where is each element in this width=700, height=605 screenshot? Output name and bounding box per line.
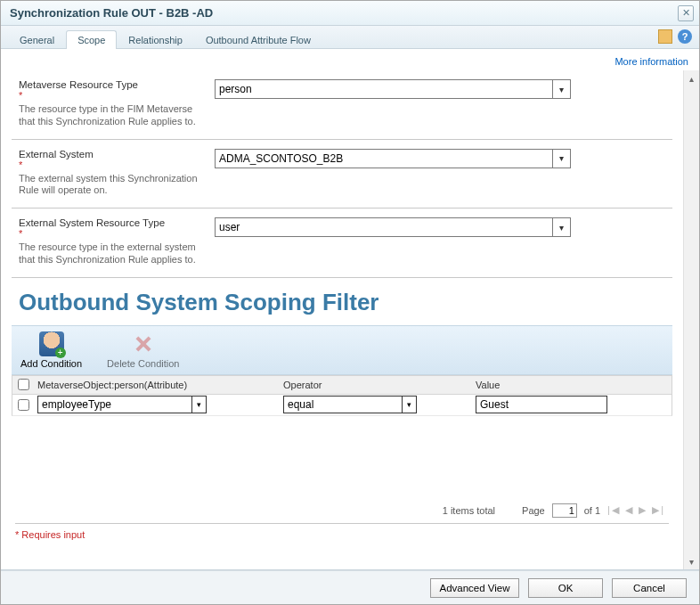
- select-ext-type[interactable]: user ▾: [215, 217, 571, 237]
- dialog: Synchronization Rule OUT - B2B -AD ✕ Gen…: [0, 0, 700, 605]
- select-mv-type[interactable]: person ▾: [215, 79, 571, 99]
- desc-ext-system: The external system this Synchronization…: [19, 173, 206, 198]
- field-external-system: External System * The external system th…: [12, 140, 672, 209]
- tab-relationship[interactable]: Relationship: [117, 30, 194, 49]
- desc-ext-type: The resource type in the external system…: [19, 241, 206, 266]
- titlebar: Synchronization Rule OUT - B2B -AD ✕: [1, 1, 699, 26]
- tab-general[interactable]: General: [8, 30, 66, 49]
- info-row: More information: [1, 49, 699, 70]
- attribute-select[interactable]: employeeType ▾: [37, 396, 207, 413]
- desc-mv-type: The resource type in the FIM Metaverse t…: [19, 103, 206, 128]
- tabrow-actions: ?: [658, 29, 692, 44]
- label-ext-type: External System Resource Type: [19, 217, 215, 228]
- chevron-down-icon: ▾: [402, 397, 416, 413]
- col-header-value: Value: [472, 380, 672, 390]
- delete-condition-label: Delete Condition: [107, 358, 179, 369]
- scoping-filter-title: Outbound System Scoping Filter: [12, 278, 672, 325]
- operator-select[interactable]: equal ▾: [283, 396, 417, 413]
- table-row: employeeType ▾ equal ▾: [12, 395, 672, 416]
- pager-page-label: Page: [522, 505, 545, 516]
- cancel-button[interactable]: Cancel: [612, 578, 687, 598]
- select-all-checkbox[interactable]: [18, 379, 29, 390]
- select-ext-system[interactable]: ADMA_SCONTOSO_B2B ▾: [215, 149, 571, 168]
- page-number-input[interactable]: [552, 503, 577, 518]
- chevron-down-icon: ▾: [191, 397, 206, 413]
- add-user-icon: [39, 331, 64, 356]
- required-marker: *: [19, 229, 215, 238]
- chevron-down-icon: ▾: [552, 80, 570, 98]
- ok-button[interactable]: OK: [528, 578, 603, 598]
- more-information-link[interactable]: More information: [615, 56, 688, 67]
- field-metaverse-resource-type: Metaverse Resource Type * The resource t…: [12, 70, 672, 140]
- content-area: Metaverse Resource Type * The resource t…: [1, 70, 699, 570]
- scroll-up-icon[interactable]: ▴: [684, 70, 699, 86]
- operator-select-value: equal: [288, 398, 313, 411]
- row-checkbox[interactable]: [18, 399, 29, 411]
- delete-icon: [131, 331, 156, 356]
- col-header-operator: Operator: [280, 380, 472, 390]
- tab-scope[interactable]: Scope: [66, 30, 117, 49]
- filter-toolbar: Add Condition Delete Condition: [12, 325, 672, 375]
- close-button[interactable]: ✕: [678, 5, 694, 21]
- tab-outbound-attribute-flow[interactable]: Outbound Attribute Flow: [194, 30, 322, 49]
- attribute-select-value: employeeType: [42, 398, 111, 411]
- grid-header: MetaverseObject:person(Attribute) Operat…: [12, 375, 672, 395]
- window-title: Synchronization Rule OUT - B2B -AD: [10, 6, 213, 20]
- required-marker: *: [19, 91, 215, 100]
- label-mv-type: Metaverse Resource Type: [19, 79, 215, 90]
- content-inner: Metaverse Resource Type * The resource t…: [1, 70, 683, 569]
- tab-bar: General Scope Relationship Outbound Attr…: [1, 26, 699, 49]
- add-condition-button[interactable]: Add Condition: [20, 331, 82, 369]
- pager: 1 items total Page of 1 |◀ ◀ ▶ ▶|: [12, 498, 672, 519]
- value-input[interactable]: [476, 396, 607, 413]
- field-external-resource-type: External System Resource Type * The reso…: [12, 208, 672, 278]
- scroll-down-icon[interactable]: ▾: [684, 553, 699, 569]
- chevron-down-icon: ▾: [552, 150, 570, 168]
- label-ext-system: External System: [19, 149, 215, 159]
- new-item-icon[interactable]: [658, 29, 672, 44]
- pager-total: 1 items total: [443, 505, 495, 516]
- select-ext-system-value: ADMA_SCONTOSO_B2B: [219, 152, 343, 165]
- chevron-down-icon: ▾: [552, 218, 570, 236]
- col-header-attribute: MetaverseObject:person(Attribute): [34, 380, 280, 390]
- pager-nav-icons[interactable]: |◀ ◀ ▶ ▶|: [607, 504, 665, 516]
- select-mv-type-value: person: [219, 83, 252, 95]
- delete-condition-button[interactable]: Delete Condition: [107, 331, 179, 369]
- required-marker: *: [19, 160, 215, 169]
- grid-empty-space: [12, 416, 672, 498]
- pager-of-text: of 1: [584, 505, 600, 516]
- vertical-scrollbar[interactable]: ▴ ▾: [683, 70, 699, 569]
- add-condition-label: Add Condition: [20, 358, 82, 369]
- select-ext-type-value: user: [219, 221, 240, 233]
- advanced-view-button[interactable]: Advanced View: [430, 578, 519, 598]
- dialog-footer: Advanced View OK Cancel: [1, 570, 699, 604]
- help-icon[interactable]: ?: [678, 29, 692, 44]
- requires-input-note: * Requires input: [12, 524, 672, 545]
